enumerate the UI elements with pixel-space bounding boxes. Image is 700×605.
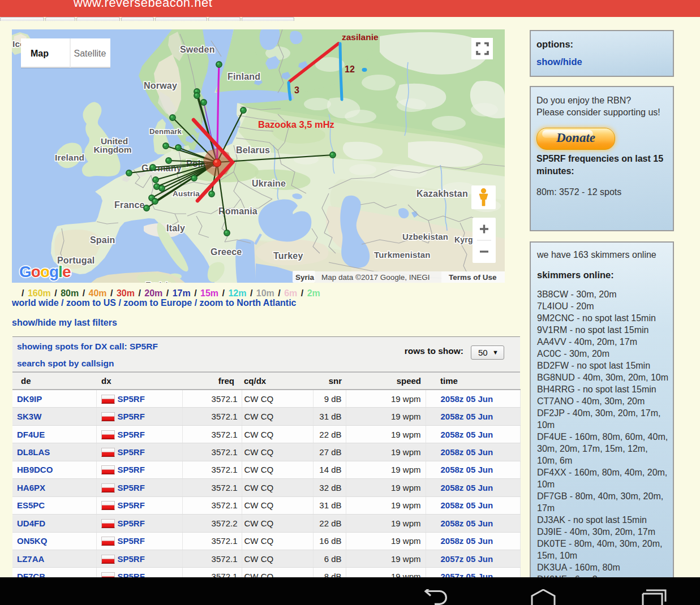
svg-text:3: 3 — [294, 85, 299, 95]
svg-text:Tunisia: Tunisia — [146, 280, 173, 283]
svg-text:Denmark: Denmark — [149, 127, 182, 136]
svg-text:Kingdom: Kingdom — [93, 145, 131, 154]
svg-text:12: 12 — [345, 64, 355, 74]
svg-text:Austria: Austria — [173, 189, 200, 198]
svg-text:Spain: Spain — [90, 235, 115, 245]
svg-text:Turkey: Turkey — [273, 251, 303, 261]
svg-text:Map: Map — [31, 49, 49, 58]
svg-text:Italy: Italy — [166, 223, 185, 233]
svg-text:Ireland: Ireland — [55, 153, 84, 162]
svg-text:Uzbekistan: Uzbekistan — [402, 232, 448, 241]
svg-text:Ukraine: Ukraine — [252, 179, 286, 188]
svg-text:zasilanie: zasilanie — [342, 32, 379, 42]
svg-text:France: France — [114, 200, 145, 210]
svg-text:Germany: Germany — [141, 163, 182, 173]
svg-text:Finland: Finland — [227, 72, 260, 81]
svg-text:Belarus: Belarus — [236, 145, 270, 155]
svg-text:Kazakhstan: Kazakhstan — [416, 189, 468, 198]
svg-text:Kyrg: Kyrg — [454, 235, 473, 244]
svg-text:Turkmenistan: Turkmenistan — [374, 250, 431, 260]
svg-text:Greece: Greece — [211, 247, 242, 257]
svg-text:Sweden: Sweden — [180, 45, 215, 54]
svg-text:Satellite: Satellite — [74, 49, 106, 58]
svg-text:Google: Google — [19, 263, 71, 280]
svg-text:Map data ©2017 Google, INEGI: Map data ©2017 Google, INEGI — [321, 273, 430, 282]
svg-text:Bazooka 3,5 mHz: Bazooka 3,5 mHz — [258, 119, 334, 129]
svg-text:Terms of Use: Terms of Use — [449, 273, 497, 282]
svg-text:Norway: Norway — [144, 81, 177, 90]
svg-text:Syria: Syria — [295, 273, 315, 282]
